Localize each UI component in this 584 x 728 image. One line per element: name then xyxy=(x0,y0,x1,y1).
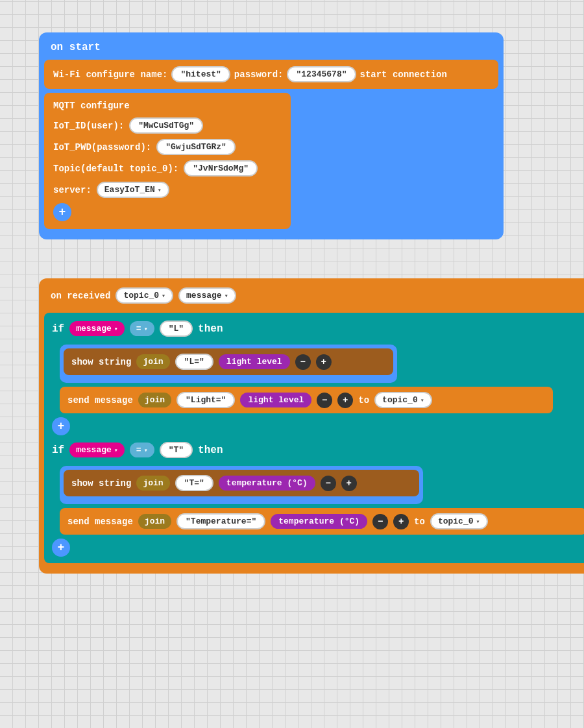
on-received-label: on received xyxy=(51,291,110,301)
wifi-password-label: password: xyxy=(234,69,284,80)
if1-equals-pill[interactable]: = ▾ xyxy=(130,321,154,336)
if1-then-label: then xyxy=(198,323,223,335)
message-dropdown[interactable]: message ▾ xyxy=(178,287,236,304)
if1-equals-arrow: ▾ xyxy=(144,325,148,333)
send-message-1-plus[interactable]: + xyxy=(337,393,353,408)
send-message-1-to: to xyxy=(358,395,369,406)
if2-message-arrow: ▾ xyxy=(114,446,118,454)
send-message-1-sensor: light level xyxy=(240,393,311,407)
send-message-2-join: join xyxy=(138,514,171,529)
teal-outer: if message ▾ = ▾ "L" then show string jo… xyxy=(44,313,584,563)
if2-message-pill[interactable]: message ▾ xyxy=(69,443,125,457)
send-message-2-label: send message xyxy=(67,516,133,527)
show-string-2-prefix[interactable]: "T=" xyxy=(175,475,213,491)
topic-dropdown-arrow: ▾ xyxy=(162,292,165,300)
if1-value-input[interactable]: "L" xyxy=(160,321,193,337)
on-start-block: on start Wi-Fi configure name: "hitest" … xyxy=(39,32,504,239)
show-string-1-label: show string xyxy=(71,357,131,367)
topic-dropdown[interactable]: topic_0 ▾ xyxy=(116,287,173,304)
if1-label: if xyxy=(52,323,64,335)
wifi-label: Wi-Fi configure name: xyxy=(53,69,167,80)
send-message-1-minus[interactable]: − xyxy=(317,393,332,408)
send-message-1-label: send message xyxy=(67,395,133,406)
send-message-1: send message join "Light=" light level −… xyxy=(60,387,553,413)
if1-row: if message ▾ = ▾ "L" then xyxy=(49,318,584,339)
show-string-1: show string join "L=" light level − + xyxy=(64,348,393,375)
mqtt-server-row: server: EasyIoT_EN ▾ xyxy=(53,182,282,198)
wifi-name-input[interactable]: "hitest" xyxy=(171,66,230,82)
show-string-1-join: join xyxy=(136,354,169,369)
on-received-block: on received topic_0 ▾ message ▾ if messa… xyxy=(39,278,584,574)
on-received-header: on received topic_0 ▾ message ▾ xyxy=(44,284,584,310)
server-dropdown-arrow: ▾ xyxy=(158,186,162,194)
send-topic-2-arrow: ▾ xyxy=(476,518,480,526)
mqtt-add-btn[interactable]: + xyxy=(53,203,71,221)
mqtt-topic-row: Topic(default topic_0): "JvNrSdoMg" xyxy=(53,160,282,176)
send-topic-1-arrow: ▾ xyxy=(420,396,424,404)
if2-equals-arrow: ▾ xyxy=(144,446,148,454)
send-message-1-prefix[interactable]: "Light=" xyxy=(176,392,235,408)
show-string-2-minus[interactable]: − xyxy=(321,476,336,491)
send-message-2-to: to xyxy=(414,516,425,527)
show-string-2-plus[interactable]: + xyxy=(341,476,357,491)
send-message-2-prefix[interactable]: "Temperature=" xyxy=(176,513,265,529)
show-string-1-minus[interactable]: − xyxy=(295,354,311,370)
mqtt-id-input[interactable]: "MwCuSdTGg" xyxy=(129,117,203,134)
wifi-password-input[interactable]: "12345678" xyxy=(287,66,356,82)
show-string-1-plus[interactable]: + xyxy=(316,354,332,370)
mqtt-topic-input[interactable]: "JvNrSdoMg" xyxy=(184,160,258,176)
mqtt-id-label: IoT_ID(user): xyxy=(53,121,124,131)
mqtt-server-dropdown[interactable]: EasyIoT_EN ▾ xyxy=(97,182,169,198)
if2-row: if message ▾ = ▾ "T" then xyxy=(49,439,584,461)
show-string-2-join: join xyxy=(136,476,169,491)
if2-body: show string join "T=" temperature (°C) −… xyxy=(60,466,423,504)
if1-add-btn[interactable]: + xyxy=(52,417,70,435)
mqtt-title: MQTT configure xyxy=(53,101,282,111)
show-string-1-prefix[interactable]: "L=" xyxy=(175,354,213,370)
wifi-connect-label: start connection xyxy=(360,69,447,80)
send-message-2-topic[interactable]: topic_0 ▾ xyxy=(430,513,488,529)
if2-equals-pill[interactable]: = ▾ xyxy=(130,443,154,457)
if1-message-pill[interactable]: message ▾ xyxy=(69,321,125,336)
if2-add-btn[interactable]: + xyxy=(52,539,70,557)
mqtt-id-row: IoT_ID(user): "MwCuSdTGg" xyxy=(53,117,282,134)
show-string-2: show string join "T=" temperature (°C) −… xyxy=(64,470,419,496)
if2-then-label: then xyxy=(198,444,223,456)
mqtt-topic-label: Topic(default topic_0): xyxy=(53,164,178,174)
if1-message-arrow: ▾ xyxy=(114,325,118,333)
if2-value-input[interactable]: "T" xyxy=(160,442,193,458)
on-start-header: on start xyxy=(44,38,498,60)
show-string-1-sensor: light level xyxy=(219,354,290,369)
send-message-2-minus[interactable]: − xyxy=(372,514,388,529)
if2-label: if xyxy=(52,444,64,456)
send-message-1-topic[interactable]: topic_0 ▾ xyxy=(374,392,432,408)
mqtt-pwd-label: IoT_PWD(password): xyxy=(53,142,151,152)
show-string-2-sensor: temperature (°C) xyxy=(219,476,315,491)
show-string-2-label: show string xyxy=(71,478,131,489)
mqtt-block: MQTT configure IoT_ID(user): "MwCuSdTGg"… xyxy=(44,93,291,229)
mqtt-pwd-input[interactable]: "GwjuSdTGRz" xyxy=(156,139,236,155)
send-message-1-join: join xyxy=(138,393,171,407)
mqtt-server-label: server: xyxy=(53,185,91,195)
message-dropdown-arrow: ▾ xyxy=(225,292,228,300)
mqtt-pwd-row: IoT_PWD(password): "GwjuSdTGRz" xyxy=(53,139,282,155)
send-message-2-sensor: temperature (°C) xyxy=(271,514,367,529)
send-message-2: send message join "Temperature=" tempera… xyxy=(60,508,584,535)
wifi-block: Wi-Fi configure name: "hitest" password:… xyxy=(44,60,498,89)
if1-body: show string join "L=" light level − + xyxy=(60,345,397,383)
send-message-2-plus[interactable]: + xyxy=(393,514,409,529)
